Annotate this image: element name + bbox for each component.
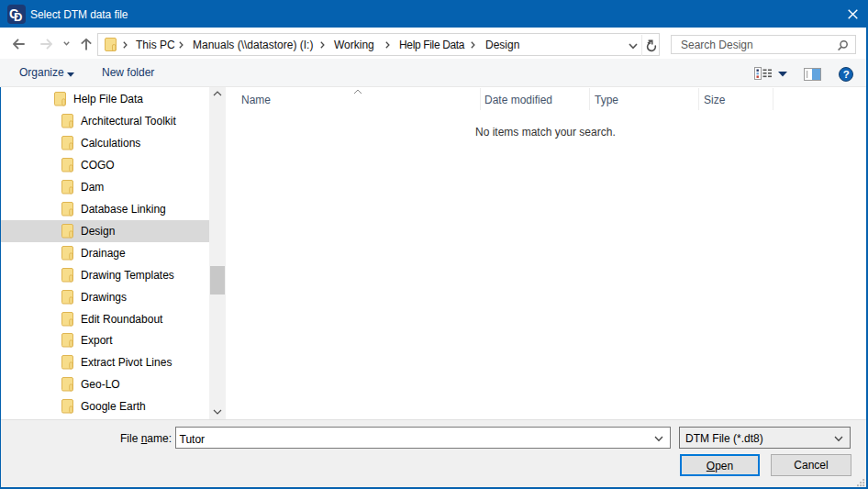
svg-text:D: D (14, 10, 22, 24)
svg-text:?: ? (842, 69, 849, 80)
